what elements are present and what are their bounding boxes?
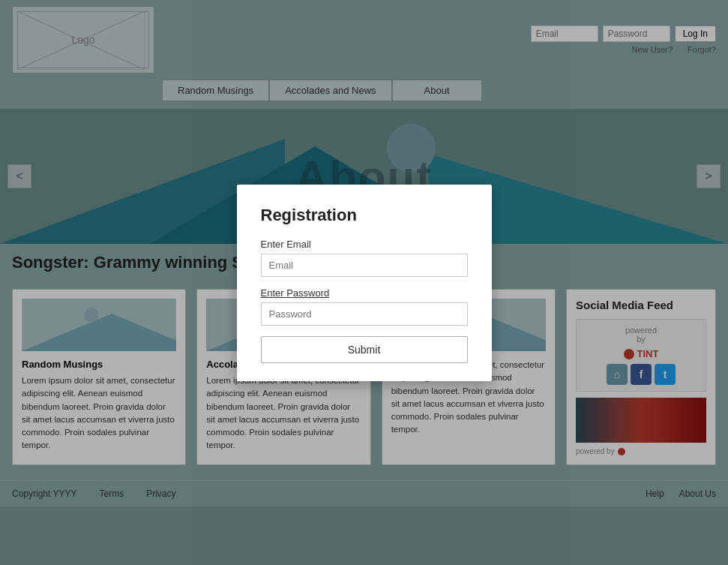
email-label: Enter Email bbox=[261, 239, 468, 250]
modal-title: Registration bbox=[261, 206, 468, 225]
modal-email-input[interactable] bbox=[261, 254, 468, 277]
modal-password-input[interactable] bbox=[261, 302, 468, 326]
password-label: Enter Password bbox=[261, 287, 468, 299]
registration-modal: Registration Enter Email Enter Password … bbox=[237, 185, 492, 381]
modal-submit-button[interactable]: Submit bbox=[261, 336, 468, 363]
modal-overlay[interactable]: Registration Enter Email Enter Password … bbox=[0, 0, 728, 565]
